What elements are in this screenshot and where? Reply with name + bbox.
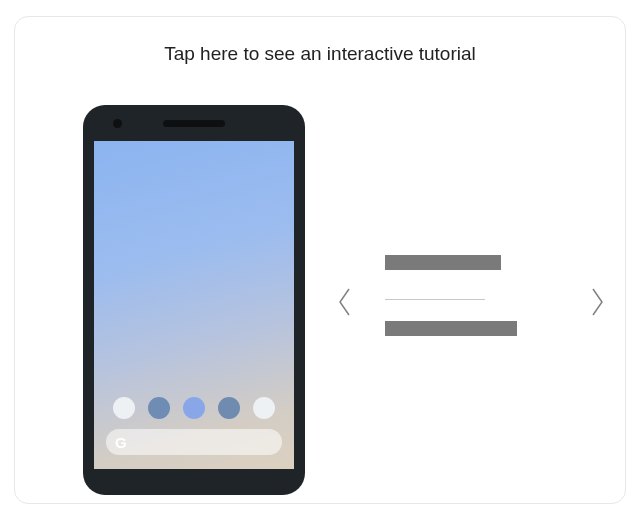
- app-icon[interactable]: [218, 397, 240, 419]
- search-bar[interactable]: G: [106, 429, 282, 455]
- tutorial-heading[interactable]: Tap here to see an interactive tutorial: [15, 43, 625, 65]
- chevron-right-icon[interactable]: [587, 285, 607, 319]
- chevron-left-icon[interactable]: [335, 285, 355, 319]
- app-icon[interactable]: [253, 397, 275, 419]
- app-icon[interactable]: [148, 397, 170, 419]
- placeholder-bar: [385, 321, 517, 336]
- app-icon[interactable]: [113, 397, 135, 419]
- placeholder-line: [385, 299, 485, 300]
- tutorial-card: Tap here to see an interactive tutorial …: [14, 16, 626, 504]
- phone-mockup: G: [83, 105, 305, 495]
- app-icon[interactable]: [183, 397, 205, 419]
- home-dock: [94, 397, 294, 419]
- placeholder-bar: [385, 255, 501, 270]
- phone-speaker: [163, 120, 225, 127]
- phone-camera: [113, 119, 122, 128]
- phone-screen: G: [94, 141, 294, 469]
- google-g-icon: G: [115, 434, 127, 451]
